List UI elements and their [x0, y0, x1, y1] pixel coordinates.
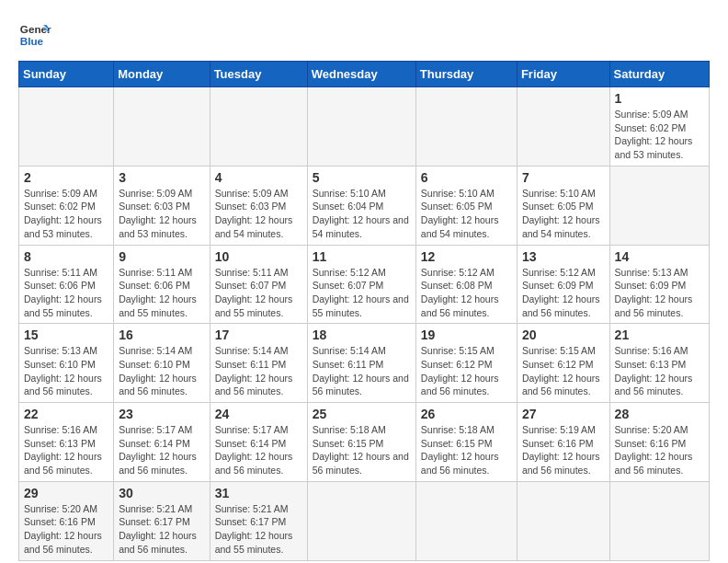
- day-info: Sunrise: 5:13 AMSunset: 6:09 PMDaylight:…: [615, 267, 693, 318]
- day-info: Sunrise: 5:10 AMSunset: 6:05 PMDaylight:…: [421, 188, 499, 239]
- day-info: Sunrise: 5:09 AMSunset: 6:03 PMDaylight:…: [119, 188, 197, 239]
- day-number: 11: [313, 249, 411, 264]
- day-number: 27: [522, 407, 605, 421]
- day-number: 3: [119, 170, 204, 185]
- day-number: 20: [522, 327, 605, 342]
- day-info: Sunrise: 5:12 AMSunset: 6:09 PMDaylight:…: [522, 267, 600, 318]
- calendar-day-cell: 16Sunrise: 5:14 AMSunset: 6:10 PMDayligh…: [114, 324, 210, 403]
- day-info: Sunrise: 5:13 AMSunset: 6:10 PMDaylight:…: [24, 345, 102, 396]
- weekday-header: Friday: [517, 62, 609, 87]
- calendar-day-cell: 6Sunrise: 5:10 AMSunset: 6:05 PMDaylight…: [415, 166, 517, 245]
- svg-text:Blue: Blue: [20, 35, 44, 47]
- day-number: 10: [215, 249, 302, 264]
- calendar-day-cell: 14Sunrise: 5:13 AMSunset: 6:09 PMDayligh…: [609, 245, 709, 324]
- logo: General Blue: [18, 18, 51, 52]
- day-info: Sunrise: 5:10 AMSunset: 6:04 PMDaylight:…: [313, 188, 409, 239]
- day-info: Sunrise: 5:15 AMSunset: 6:12 PMDaylight:…: [421, 345, 499, 396]
- empty-cell: [415, 481, 517, 560]
- logo-icon: General Blue: [18, 18, 51, 52]
- calendar-week-row: 22Sunrise: 5:16 AMSunset: 6:13 PMDayligh…: [19, 403, 710, 482]
- day-number: 12: [421, 249, 512, 264]
- day-info: Sunrise: 5:14 AMSunset: 6:10 PMDaylight:…: [119, 345, 197, 396]
- day-info: Sunrise: 5:09 AMSunset: 6:03 PMDaylight:…: [215, 188, 293, 239]
- calendar-day-cell: 26Sunrise: 5:18 AMSunset: 6:15 PMDayligh…: [415, 403, 517, 482]
- day-number: 19: [421, 327, 512, 342]
- empty-cell: [415, 87, 517, 167]
- calendar-day-cell: 9Sunrise: 5:11 AMSunset: 6:06 PMDaylight…: [114, 245, 210, 324]
- empty-cell: [517, 481, 609, 560]
- calendar-day-cell: 2Sunrise: 5:09 AMSunset: 6:02 PMDaylight…: [19, 166, 114, 245]
- day-number: 2: [24, 170, 108, 185]
- day-info: Sunrise: 5:20 AMSunset: 6:16 PMDaylight:…: [24, 503, 102, 555]
- day-info: Sunrise: 5:15 AMSunset: 6:12 PMDaylight:…: [522, 345, 600, 396]
- empty-cell: [609, 481, 709, 560]
- day-info: Sunrise: 5:10 AMSunset: 6:05 PMDaylight:…: [522, 188, 600, 239]
- calendar-day-cell: 18Sunrise: 5:14 AMSunset: 6:11 PMDayligh…: [307, 324, 415, 403]
- page-header: General Blue: [18, 18, 710, 52]
- day-info: Sunrise: 5:16 AMSunset: 6:13 PMDaylight:…: [615, 345, 693, 396]
- day-number: 22: [24, 407, 108, 421]
- day-number: 13: [522, 249, 605, 264]
- day-number: 8: [24, 249, 108, 264]
- empty-cell: [609, 166, 709, 245]
- day-info: Sunrise: 5:21 AMSunset: 6:17 PMDaylight:…: [119, 503, 197, 555]
- calendar-day-cell: 28Sunrise: 5:20 AMSunset: 6:16 PMDayligh…: [609, 403, 709, 482]
- calendar-week-row: 8Sunrise: 5:11 AMSunset: 6:06 PMDaylight…: [19, 245, 710, 324]
- calendar-week-row: 29Sunrise: 5:20 AMSunset: 6:16 PMDayligh…: [19, 481, 710, 560]
- day-info: Sunrise: 5:16 AMSunset: 6:13 PMDaylight:…: [24, 424, 102, 476]
- calendar-day-cell: 17Sunrise: 5:14 AMSunset: 6:11 PMDayligh…: [210, 324, 307, 403]
- calendar-day-cell: 5Sunrise: 5:10 AMSunset: 6:04 PMDaylight…: [307, 166, 415, 245]
- weekday-header: Monday: [114, 62, 210, 87]
- day-number: 17: [215, 327, 302, 342]
- day-number: 29: [24, 486, 108, 500]
- calendar-day-cell: 27Sunrise: 5:19 AMSunset: 6:16 PMDayligh…: [517, 403, 609, 482]
- day-info: Sunrise: 5:19 AMSunset: 6:16 PMDaylight:…: [522, 424, 600, 476]
- day-number: 5: [313, 170, 411, 185]
- calendar-day-cell: 25Sunrise: 5:18 AMSunset: 6:15 PMDayligh…: [307, 403, 415, 482]
- calendar-day-cell: 3Sunrise: 5:09 AMSunset: 6:03 PMDaylight…: [114, 166, 210, 245]
- day-info: Sunrise: 5:11 AMSunset: 6:06 PMDaylight:…: [119, 267, 197, 318]
- weekday-header: Thursday: [415, 62, 517, 87]
- empty-cell: [19, 87, 114, 167]
- day-info: Sunrise: 5:12 AMSunset: 6:07 PMDaylight:…: [313, 267, 409, 318]
- calendar-day-cell: 30Sunrise: 5:21 AMSunset: 6:17 PMDayligh…: [114, 481, 210, 560]
- empty-cell: [307, 481, 415, 560]
- day-info: Sunrise: 5:09 AMSunset: 6:02 PMDaylight:…: [24, 188, 102, 239]
- weekday-header: Tuesday: [210, 62, 307, 87]
- calendar-week-row: 2Sunrise: 5:09 AMSunset: 6:02 PMDaylight…: [19, 166, 710, 245]
- day-info: Sunrise: 5:11 AMSunset: 6:07 PMDaylight:…: [215, 267, 293, 318]
- calendar-day-cell: 29Sunrise: 5:20 AMSunset: 6:16 PMDayligh…: [19, 481, 114, 560]
- day-info: Sunrise: 5:20 AMSunset: 6:16 PMDaylight:…: [615, 424, 693, 476]
- empty-cell: [307, 87, 415, 167]
- day-info: Sunrise: 5:14 AMSunset: 6:11 PMDaylight:…: [313, 345, 409, 396]
- day-number: 23: [119, 407, 204, 421]
- day-number: 26: [421, 407, 512, 421]
- calendar-day-cell: 11Sunrise: 5:12 AMSunset: 6:07 PMDayligh…: [307, 245, 415, 324]
- day-info: Sunrise: 5:18 AMSunset: 6:15 PMDaylight:…: [313, 424, 409, 476]
- calendar-day-cell: 24Sunrise: 5:17 AMSunset: 6:14 PMDayligh…: [210, 403, 307, 482]
- day-info: Sunrise: 5:14 AMSunset: 6:11 PMDaylight:…: [215, 345, 293, 396]
- day-number: 15: [24, 327, 108, 342]
- day-number: 9: [119, 249, 204, 264]
- calendar-table: SundayMondayTuesdayWednesdayThursdayFrid…: [18, 61, 710, 561]
- calendar-day-cell: 21Sunrise: 5:16 AMSunset: 6:13 PMDayligh…: [609, 324, 709, 403]
- empty-cell: [114, 87, 210, 167]
- weekday-header: Saturday: [609, 62, 709, 87]
- day-number: 25: [313, 407, 411, 421]
- day-number: 6: [421, 170, 512, 185]
- day-info: Sunrise: 5:09 AMSunset: 6:02 PMDaylight:…: [615, 109, 693, 160]
- day-number: 1: [615, 91, 704, 106]
- calendar-day-cell: 23Sunrise: 5:17 AMSunset: 6:14 PMDayligh…: [114, 403, 210, 482]
- day-number: 31: [215, 486, 302, 500]
- day-info: Sunrise: 5:11 AMSunset: 6:06 PMDaylight:…: [24, 267, 102, 318]
- day-number: 16: [119, 327, 204, 342]
- calendar-day-cell: 1Sunrise: 5:09 AMSunset: 6:02 PMDaylight…: [609, 87, 709, 167]
- calendar-day-cell: 31Sunrise: 5:21 AMSunset: 6:17 PMDayligh…: [210, 481, 307, 560]
- calendar-day-cell: 15Sunrise: 5:13 AMSunset: 6:10 PMDayligh…: [19, 324, 114, 403]
- day-info: Sunrise: 5:17 AMSunset: 6:14 PMDaylight:…: [215, 424, 293, 476]
- day-info: Sunrise: 5:21 AMSunset: 6:17 PMDaylight:…: [215, 503, 293, 555]
- calendar-day-cell: 20Sunrise: 5:15 AMSunset: 6:12 PMDayligh…: [517, 324, 609, 403]
- empty-cell: [210, 87, 307, 167]
- day-number: 30: [119, 486, 204, 500]
- day-number: 18: [313, 327, 411, 342]
